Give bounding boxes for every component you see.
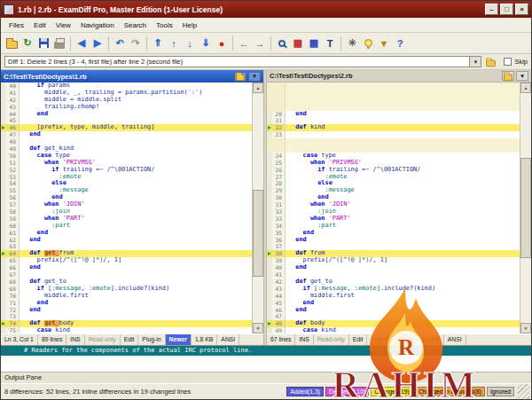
menu-item-files[interactable]: Files <box>4 20 28 31</box>
open-files-icon[interactable] <box>4 35 20 51</box>
code-line: 53 :emote <box>1 174 252 181</box>
line-number: 72 <box>6 307 20 314</box>
code-line: 69 if [:message, :emote].include?(kind) <box>1 286 252 293</box>
status-segment: ANSI <box>217 334 239 345</box>
scroll-up-button[interactable]: ▲ <box>520 82 531 93</box>
options-icon[interactable]: ✳ <box>344 35 360 51</box>
minimize-button[interactable]: – <box>485 4 498 15</box>
marker-cell <box>267 327 272 333</box>
search-icon[interactable] <box>274 35 290 51</box>
current-diff-icon[interactable]: ● <box>214 35 230 51</box>
line-text: middle, _, trailing = params.partition('… <box>20 90 252 97</box>
line-number: 59 <box>6 216 20 223</box>
filter-icon[interactable]: ▼ <box>376 35 392 51</box>
line-number <box>272 104 286 111</box>
prev-diff-icon[interactable]: ↑ <box>166 35 182 51</box>
status-segment: ANSI <box>444 334 466 345</box>
line-number: 49 <box>272 327 286 333</box>
pane-left-scrollbar[interactable]: ▲ ▼ <box>252 82 263 333</box>
toolbar: ↻◀▶↶↷⇑↑↓⇓●←→▦▦T✳▼? <box>1 33 531 54</box>
menu-item-view[interactable]: View <box>51 20 75 31</box>
menu-item-search[interactable]: Search <box>120 20 151 31</box>
pane-right-scrollbar[interactable]: ▲ ▼ <box>520 82 531 333</box>
next-diff-icon[interactable]: ↓ <box>182 35 198 51</box>
recompare-icon[interactable]: ↻ <box>20 35 35 51</box>
marker-cell <box>267 131 272 138</box>
maximize-button[interactable]: □ <box>500 4 513 15</box>
pin-icon: ▾ <box>520 73 524 80</box>
marker-cell <box>1 138 6 145</box>
line-number: 43 <box>272 286 286 293</box>
last-diff-icon[interactable]: ⇓ <box>198 35 214 51</box>
marker-cell <box>267 117 272 124</box>
line-text: :message <box>286 187 520 194</box>
pane-right-pin-button[interactable]: ▾ <box>516 71 528 81</box>
text-compare-icon[interactable]: T <box>322 35 338 51</box>
line-number: 61 <box>6 230 20 237</box>
line-number <box>272 90 286 97</box>
status-segment: Edit <box>349 334 368 345</box>
code-line: 43 trailing.chomp! <box>1 104 252 111</box>
marker-cell <box>1 264 6 271</box>
diff-file-button[interactable] <box>484 55 497 68</box>
scroll-up-button[interactable]: ▲ <box>253 82 263 93</box>
copy-to-right-icon[interactable]: ▶ <box>90 35 106 51</box>
menu-item-navigation[interactable]: Navigation <box>76 20 119 31</box>
line-number: 50 <box>6 153 20 160</box>
output-current-line[interactable]: # Readers for the components of the actu… <box>1 346 531 356</box>
line-number: 44 <box>6 111 20 118</box>
save-icon[interactable] <box>35 35 51 51</box>
line-text: end <box>286 111 520 118</box>
line-number: 56 <box>6 194 20 201</box>
forward-icon[interactable]: → <box>252 35 268 51</box>
resize-grip[interactable] <box>518 384 529 399</box>
show-differences-only-icon[interactable]: ▦ <box>290 35 306 51</box>
pane-right-editor[interactable]: 20 end2122 def kind2324 case type25 when… <box>267 82 531 333</box>
line-text: :join <box>286 208 520 216</box>
code-line <box>267 90 520 97</box>
scroll-track[interactable] <box>520 93 531 323</box>
line-number <box>272 145 286 153</box>
diff-dropdown-button[interactable]: ▼ <box>470 56 481 67</box>
scroll-thumb[interactable] <box>253 190 263 277</box>
line-text: end <box>286 237 520 244</box>
skip-label: Skip <box>514 58 528 66</box>
close-button[interactable]: × <box>515 4 528 15</box>
line-number: 40 <box>6 82 20 90</box>
bulb-icon[interactable] <box>360 35 376 51</box>
line-text <box>20 313 252 320</box>
pane-left-pin-button[interactable]: ▾ <box>248 72 261 82</box>
pane-left-editor[interactable]: 40 if params41 middle, _, trailing = par… <box>1 82 263 333</box>
menu-item-help[interactable]: Help <box>178 20 201 31</box>
undo-icon[interactable]: ↶ <box>112 35 128 51</box>
current-diff-description[interactable]: Diff 1: Delete 2 lines (3 - 4, first fil… <box>4 56 470 67</box>
status-segment: INS <box>295 334 313 345</box>
menu-item-tools[interactable]: Tools <box>152 20 177 31</box>
line-number: 48 <box>6 138 20 145</box>
pane-right-header[interactable]: C:\Test\Test\Doctypes\2.rb ▾ <box>267 70 531 82</box>
scroll-thumb[interactable] <box>520 158 531 259</box>
print-icon[interactable] <box>51 35 67 51</box>
show-all-lines-icon[interactable]: ▦ <box>306 35 322 51</box>
marker-cell <box>1 153 6 160</box>
code-line: 73 <box>1 313 252 320</box>
help-icon[interactable]: ? <box>392 35 408 51</box>
menu-item-edit[interactable]: Edit <box>29 20 51 31</box>
code-line: 63 <box>1 243 252 250</box>
scroll-track[interactable] <box>253 93 263 323</box>
copy-to-left-icon[interactable]: ◀ <box>74 35 90 51</box>
code-line: 28 else <box>267 180 520 187</box>
marker-cell <box>267 180 272 187</box>
pane-right-browse-button[interactable] <box>502 71 514 81</box>
scroll-down-button[interactable]: ▼ <box>520 323 531 333</box>
line-number: 44 <box>272 293 286 300</box>
line-text: def kind <box>286 124 520 131</box>
pane-left-browse-button[interactable] <box>234 72 246 82</box>
first-diff-icon[interactable]: ⇑ <box>150 35 166 51</box>
back-icon[interactable]: ← <box>236 35 252 51</box>
line-text <box>286 97 520 104</box>
pane-left-header[interactable]: C:\Test\Test\Doctypes\1.rb ▾ <box>1 70 263 82</box>
scroll-down-button[interactable]: ▼ <box>253 323 263 333</box>
skip-checkbox[interactable] <box>504 58 512 66</box>
redo-icon[interactable]: ↷ <box>128 35 144 51</box>
